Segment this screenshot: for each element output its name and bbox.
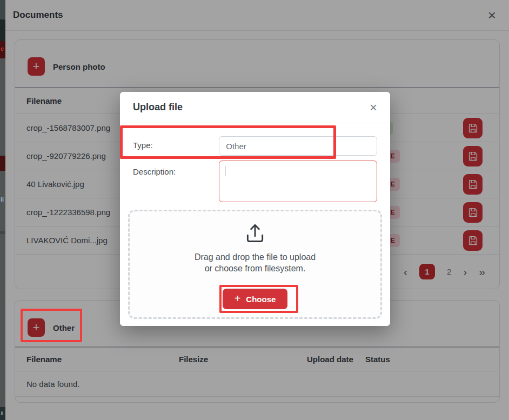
annotation-box-type-field xyxy=(120,125,336,159)
background-page-edge: c li i xyxy=(0,0,5,420)
text-cursor xyxy=(225,166,225,176)
annotation-box-choose-button xyxy=(219,285,298,313)
avatar xyxy=(0,19,5,42)
description-textarea[interactable] xyxy=(219,161,377,202)
dropzone-instructions: Drag and drop the file to upload or choo… xyxy=(195,251,316,274)
upload-icon xyxy=(243,222,267,244)
description-field-row: Description: xyxy=(133,161,377,202)
background-partial-text: i xyxy=(1,410,3,416)
upload-dialog-header: Upload file × xyxy=(120,92,390,123)
upload-dialog-close-icon[interactable]: × xyxy=(370,101,377,114)
upload-dialog-title: Upload file xyxy=(133,102,183,113)
background-partial-text: li xyxy=(1,196,4,203)
description-label: Description: xyxy=(133,161,219,202)
background-partial-text: c xyxy=(1,45,4,52)
annotation-box-add-other xyxy=(21,309,82,342)
